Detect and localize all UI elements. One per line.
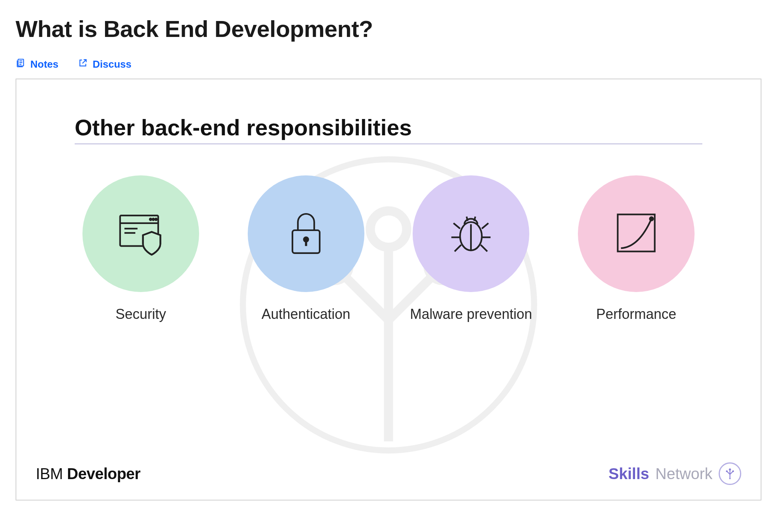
- svg-point-32: [732, 470, 734, 472]
- item-security: Security: [79, 175, 203, 323]
- svg-line-26: [455, 245, 461, 252]
- item-label-malware: Malware prevention: [410, 305, 532, 323]
- notes-label: Notes: [30, 58, 58, 70]
- footer-brand-light: IBM: [36, 465, 63, 482]
- browser-shield-icon: [114, 206, 168, 262]
- item-label-authentication: Authentication: [262, 305, 350, 323]
- footer-right: Skills Network: [609, 462, 741, 485]
- growth-chart-icon: [609, 206, 663, 262]
- circle-performance: [578, 175, 695, 292]
- external-link-icon: [78, 58, 88, 71]
- svg-point-31: [726, 470, 728, 472]
- svg-point-33: [729, 478, 731, 480]
- lock-icon: [279, 206, 333, 262]
- svg-line-23: [482, 223, 488, 229]
- items-row: Security Authentication: [75, 175, 702, 323]
- svg-line-21: [474, 217, 476, 221]
- svg-line-22: [454, 223, 460, 229]
- circle-authentication: [248, 175, 364, 292]
- item-label-security: Security: [116, 305, 166, 323]
- svg-point-29: [650, 217, 653, 220]
- item-malware: Malware prevention: [409, 175, 533, 323]
- footer-brand: IBM Developer: [36, 465, 140, 483]
- svg-point-12: [155, 219, 157, 220]
- discuss-button[interactable]: Discuss: [78, 58, 131, 71]
- bug-icon: [444, 206, 498, 262]
- footer-skills: Skills: [609, 465, 649, 483]
- item-authentication: Authentication: [244, 175, 368, 323]
- slide-footer: IBM Developer Skills Network: [16, 462, 761, 485]
- svg-line-20: [467, 217, 468, 221]
- footer-brand-bold: Developer: [67, 465, 140, 482]
- item-label-performance: Performance: [596, 305, 676, 323]
- svg-rect-28: [618, 214, 654, 251]
- slide-frame: Other back-end responsibilities: [16, 79, 761, 500]
- header-actions: Notes Discuss: [16, 58, 761, 71]
- item-performance: Performance: [574, 175, 698, 323]
- discuss-label: Discuss: [93, 58, 131, 70]
- svg-point-10: [150, 219, 151, 220]
- svg-line-27: [481, 245, 488, 252]
- svg-point-11: [152, 219, 154, 220]
- circle-security: [82, 175, 199, 292]
- notes-button[interactable]: Notes: [16, 58, 58, 71]
- slide-heading: Other back-end responsibilities: [75, 114, 702, 144]
- page-title: What is Back End Development?: [16, 16, 761, 42]
- notes-icon: [16, 58, 26, 71]
- skills-network-logo-icon: [719, 462, 741, 485]
- svg-point-30: [729, 469, 731, 471]
- circle-malware: [413, 175, 529, 292]
- footer-network: Network: [655, 465, 712, 483]
